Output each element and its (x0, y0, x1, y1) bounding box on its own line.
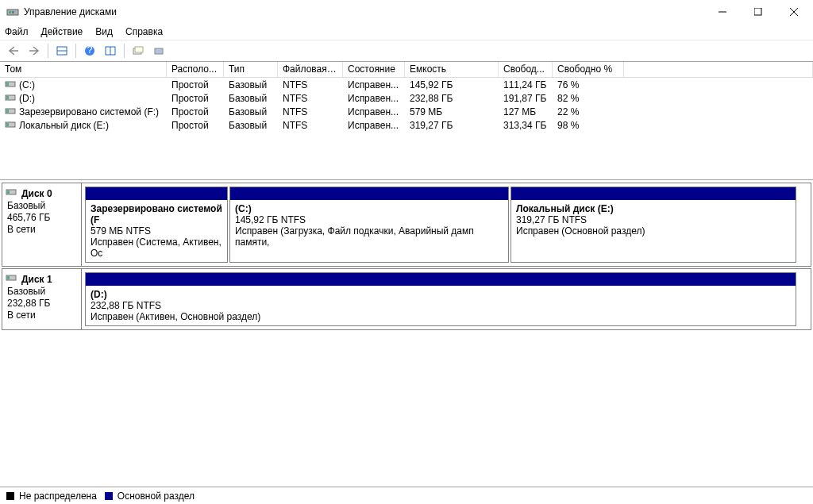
disk-header[interactable]: Диск 0Базовый465,76 ГБВ сети (2, 183, 82, 266)
svg-rect-25 (7, 190, 10, 194)
svg-rect-4 (754, 8, 761, 15)
menu-action[interactable]: Действие (41, 26, 83, 37)
svg-rect-21 (6, 110, 9, 113)
back-button[interactable] (5, 42, 22, 60)
svg-rect-23 (6, 123, 9, 126)
drive-icon (5, 79, 16, 88)
disk-row: Диск 1Базовый232,88 ГБВ сети(D:)232,88 Г… (2, 268, 811, 330)
disk-icon (6, 187, 17, 198)
legend: Не распределена Основной раздел (0, 487, 813, 504)
disk-header[interactable]: Диск 1Базовый232,88 ГБВ сети (2, 269, 82, 329)
graphical-view: Диск 0Базовый465,76 ГБВ сетиЗарезервиров… (0, 180, 813, 332)
partition[interactable]: (D:)232,88 ГБ NTFSИсправен (Активен, Осн… (85, 272, 796, 326)
legend-primary-icon (105, 492, 113, 500)
drive-icon (5, 106, 16, 115)
view-list-button[interactable] (102, 42, 119, 60)
menu-view[interactable]: Вид (95, 26, 113, 37)
menu-file[interactable]: Файл (5, 26, 29, 37)
partition[interactable]: Локальный диск (E:)319,27 ГБ NTFSИсправе… (511, 187, 796, 263)
forward-button[interactable] (25, 42, 43, 60)
col-fs[interactable]: Файловая с... (278, 62, 343, 77)
table-row[interactable]: (C:)ПростойБазовыйNTFSИсправен...145,92 … (0, 78, 813, 91)
col-free[interactable]: Свобод... (499, 62, 553, 77)
svg-rect-2 (12, 11, 14, 13)
menu-help[interactable]: Справка (125, 26, 163, 37)
svg-rect-1 (9, 11, 11, 13)
partition[interactable]: Зарезервировано системой (F579 МБ NTFSИс… (85, 187, 228, 263)
svg-rect-14 (135, 47, 143, 52)
app-icon (6, 6, 19, 18)
table-row[interactable]: (D:)ПростойБазовыйNTFSИсправен...232,88 … (0, 91, 813, 105)
table-header: Том Располо... Тип Файловая с... Состоян… (0, 62, 813, 78)
settings-button[interactable] (150, 42, 168, 60)
help-button[interactable]: ? (81, 42, 98, 60)
disk-icon (6, 273, 17, 284)
svg-rect-17 (6, 83, 9, 86)
toolbar: ? (0, 40, 813, 62)
col-type[interactable]: Тип (224, 62, 278, 77)
col-volume[interactable]: Том (0, 62, 167, 77)
svg-rect-15 (155, 48, 163, 54)
col-freepct[interactable]: Свободно % (553, 62, 624, 77)
view-split-button[interactable] (53, 42, 71, 60)
col-layout[interactable]: Располо... (167, 62, 224, 77)
volume-table: Том Располо... Тип Файловая с... Состоян… (0, 62, 813, 180)
disk-row: Диск 0Базовый465,76 ГБВ сетиЗарезервиров… (2, 183, 811, 267)
minimize-button[interactable] (704, 1, 740, 23)
partition[interactable]: (C:)145,92 ГБ NTFSИсправен (Загрузка, Фа… (229, 187, 509, 263)
col-capacity[interactable]: Емкость (405, 62, 499, 77)
drive-icon (5, 93, 16, 102)
table-row[interactable]: Зарезервировано системой (F:)ПростойБазо… (0, 105, 813, 118)
drive-icon (5, 120, 16, 129)
svg-rect-27 (7, 276, 10, 279)
legend-primary: Основной раздел (118, 491, 195, 502)
properties-button[interactable] (129, 42, 147, 60)
titlebar: Управление дисками (0, 0, 813, 24)
svg-text:?: ? (87, 45, 93, 56)
col-spacer (624, 62, 813, 77)
window-title: Управление дисками (24, 6, 704, 17)
menubar: Файл Действие Вид Справка (0, 24, 813, 40)
legend-unalloc: Не распределена (19, 491, 97, 502)
maximize-button[interactable] (740, 1, 776, 23)
col-status[interactable]: Состояние (343, 62, 405, 77)
table-row[interactable]: Локальный диск (E:)ПростойБазовыйNTFSИсп… (0, 118, 813, 132)
legend-unalloc-icon (6, 492, 14, 500)
close-button[interactable] (776, 1, 811, 23)
svg-rect-19 (6, 96, 9, 99)
